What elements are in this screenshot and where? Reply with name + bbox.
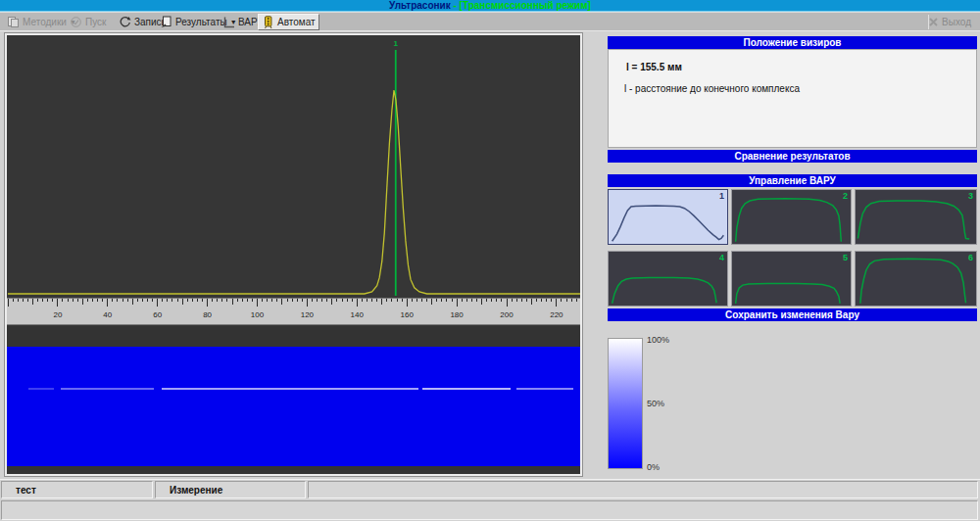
start-button[interactable]: Пуск (67, 14, 109, 30)
auto-label: Автомат (277, 17, 316, 27)
svg-text:40: 40 (103, 310, 112, 319)
b-scan-area (7, 326, 580, 474)
status-bar: тест Измерение (0, 479, 980, 498)
svg-text:160: 160 (401, 310, 415, 319)
save-tgc-header[interactable]: Сохранить изменения Вару (608, 308, 977, 321)
tgc-panel-number: 5 (843, 253, 848, 262)
tgc-panel-3[interactable]: 3 (855, 189, 977, 245)
exit-button[interactable]: Выход (925, 14, 974, 30)
app-title: Ультрасоник (389, 0, 451, 11)
cursor-description: l - расстояние до конечного комплекса (624, 83, 800, 94)
tgc-panel-1[interactable]: 1 (608, 189, 728, 245)
start-label: Пуск (85, 17, 106, 27)
record-icon (119, 16, 131, 28)
svg-text:220: 220 (550, 310, 564, 319)
amplitude-gradient-bar (608, 338, 643, 469)
cursor-value: l = 155.5 мм (626, 62, 682, 72)
right-panel: Положение визиров l = 155.5 мм l - расст… (608, 33, 977, 476)
b-scan-image[interactable] (7, 347, 580, 466)
tgc-panel-4[interactable]: 4 (608, 251, 728, 307)
svg-text:60: 60 (153, 310, 162, 319)
a-scan-signal: 1 (7, 35, 580, 298)
tgc-panel-2[interactable]: 2 (731, 189, 852, 245)
auto-button[interactable]: Автомат (258, 14, 319, 30)
svg-text:100: 100 (251, 310, 265, 319)
mode-title: - [Трансмиссионный режим] (454, 0, 591, 11)
tgc-panel-number: 4 (719, 253, 724, 262)
tgc-panel-6[interactable]: 6 (855, 251, 977, 307)
distance-ruler[interactable]: 20406080100120140160180200220 (7, 298, 580, 325)
scan-frame: 1 20406080100120140160180200220 (4, 32, 583, 477)
svg-text:80: 80 (203, 310, 212, 319)
results-page-icon (160, 16, 172, 28)
gradient-label-0: 0% (647, 462, 660, 472)
tgc-control-header[interactable]: Управление ВАРУ (608, 174, 977, 187)
bottom-bar (1, 500, 978, 520)
title-bar: Ультрасоник - [Трансмиссионный режим] (0, 0, 980, 12)
gradient-label-50: 50% (647, 399, 664, 408)
svg-text:20: 20 (53, 310, 62, 319)
cursor-info-box: l = 155.5 мм l - расстояние до конечного… (608, 49, 977, 148)
svg-text:200: 200 (500, 310, 514, 319)
svg-text:1: 1 (394, 39, 399, 48)
traffic-light-icon (262, 16, 274, 28)
tgc-curve-grid: 1 2 3 4 5 6 (608, 189, 977, 308)
compare-results-header[interactable]: Сравнение результатов (608, 150, 977, 163)
toolbar: Методики ▼ Пуск Запись Результаты ▼ ВАРУ… (0, 12, 980, 31)
status-cell-mode: Измерение (155, 481, 306, 498)
tgc-panel-number: 6 (968, 253, 973, 262)
tgc-panel-number: 3 (968, 191, 973, 201)
exit-label: Выход (942, 17, 971, 27)
status-cell-extra (308, 481, 978, 498)
svg-text:180: 180 (450, 310, 464, 319)
methods-label: Методики (23, 17, 67, 27)
circle-check-icon (70, 16, 82, 28)
b-scan-trace (7, 347, 580, 466)
svg-text:120: 120 (301, 310, 315, 319)
status-cell-method: тест (1, 481, 153, 498)
gradient-label-100: 100% (647, 335, 669, 345)
tgc-panel-number: 1 (719, 191, 724, 201)
svg-text:140: 140 (351, 310, 365, 319)
tgc-panel-number: 2 (843, 191, 848, 201)
tgc-panel-5[interactable]: 5 (731, 251, 852, 307)
axes-corner-icon (222, 16, 235, 28)
a-scan-plot[interactable]: 1 (7, 35, 580, 298)
close-icon (928, 17, 939, 27)
pages-icon (7, 16, 20, 28)
cursor-position-header[interactable]: Положение визиров (608, 36, 977, 49)
